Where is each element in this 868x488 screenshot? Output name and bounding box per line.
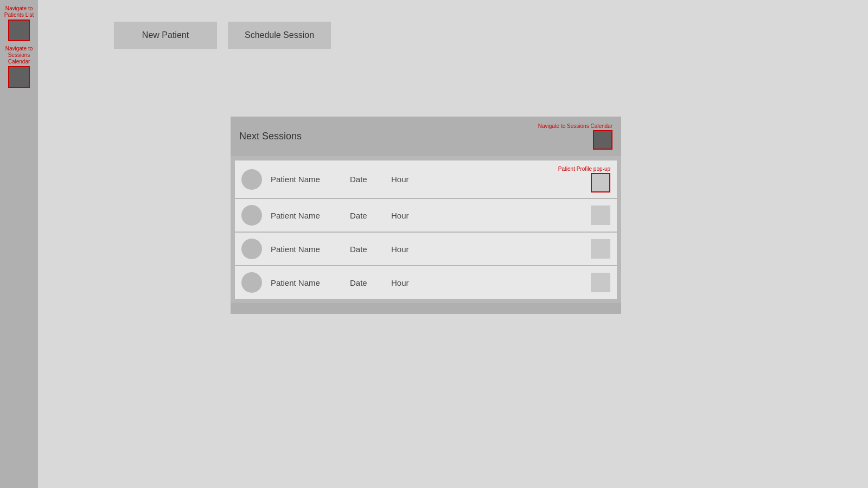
sidebar: Navigate to Patients List Navigate to Se… xyxy=(0,0,38,488)
avatar xyxy=(241,169,262,190)
patient-name: Patient Name xyxy=(271,245,341,254)
avatar xyxy=(241,272,262,293)
patient-name: Patient Name xyxy=(271,278,341,287)
patient-profile-annotation: Patient Profile pop-up xyxy=(558,166,610,172)
session-hour: Hour xyxy=(391,175,550,184)
patient-profile-button[interactable] xyxy=(591,173,610,192)
session-hour: Hour xyxy=(391,211,582,220)
sidebar-item-patients: Navigate to Patients List xyxy=(2,5,36,41)
patient-name: Patient Name xyxy=(271,175,341,184)
patient-profile-button[interactable] xyxy=(591,239,610,259)
patient-profile-button[interactable] xyxy=(591,273,610,292)
avatar xyxy=(241,205,262,226)
navigate-patients-button[interactable] xyxy=(8,20,30,41)
top-actions: New Patient Schedule Session xyxy=(38,0,868,49)
sessions-footer xyxy=(231,303,621,314)
navigate-patients-label: Navigate to Patients List xyxy=(2,5,36,18)
table-row: Patient Name Date Hour xyxy=(235,233,617,265)
session-hour: Hour xyxy=(391,278,582,287)
sessions-calendar-annotation: Navigate to Sessions Calendar xyxy=(538,123,612,129)
new-patient-button[interactable]: New Patient xyxy=(114,22,217,49)
session-date: Date xyxy=(350,245,382,254)
session-date: Date xyxy=(350,211,382,220)
sessions-calendar-button[interactable] xyxy=(593,130,612,150)
avatar xyxy=(241,239,262,259)
main-content: New Patient Schedule Session Next Sessio… xyxy=(38,0,868,488)
patient-profile-button[interactable] xyxy=(591,206,610,225)
sessions-panel: Next Sessions Navigate to Sessions Calen… xyxy=(231,117,621,314)
sessions-title: Next Sessions xyxy=(239,131,302,142)
session-date: Date xyxy=(350,175,382,184)
navigate-sessions-button[interactable] xyxy=(8,66,30,88)
navigate-sessions-label: Navigate to Sessions Calendar xyxy=(2,46,36,65)
patient-name: Patient Name xyxy=(271,211,341,220)
table-row: Patient Name Date Hour Patient Profile p… xyxy=(235,160,617,198)
sessions-list: Patient Name Date Hour Patient Profile p… xyxy=(231,156,621,303)
table-row: Patient Name Date Hour xyxy=(235,199,617,232)
sessions-header: Next Sessions Navigate to Sessions Calen… xyxy=(231,117,621,156)
table-row: Patient Name Date Hour xyxy=(235,266,617,299)
patient-profile-wrapper: Patient Profile pop-up xyxy=(558,166,610,192)
sidebar-item-sessions: Navigate to Sessions Calendar xyxy=(2,46,36,88)
sessions-calendar-wrapper: Navigate to Sessions Calendar xyxy=(538,123,612,150)
schedule-session-button[interactable]: Schedule Session xyxy=(228,22,331,49)
session-date: Date xyxy=(350,278,382,287)
session-hour: Hour xyxy=(391,245,582,254)
